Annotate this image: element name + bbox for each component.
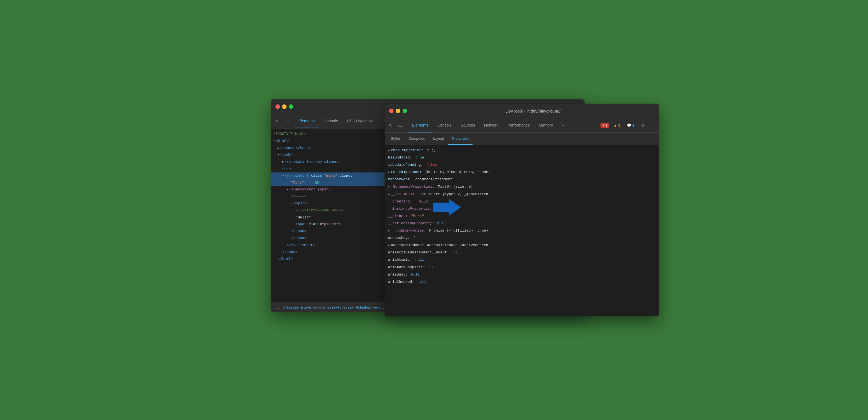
tab-elements-front[interactable]: Elements [408, 118, 433, 132]
cursor-icon[interactable]: ↖ [273, 117, 281, 125]
devtools-window-front: DevTools - lit.dev/playground/ ↖ ▭ Eleme… [385, 103, 659, 317]
prop-ariaActiveDescendant-front: ariaActiveDescendantElement: null [385, 249, 659, 256]
tab-bar-front: ↖ ▭ Elements Console Sources Network Per… [385, 118, 659, 133]
tab-elements-back[interactable]: Elements [294, 114, 319, 128]
prop-reflectingProp-front: __reflectingProperty: null [385, 220, 659, 227]
prop-accessKey-front: accessKey: "" [385, 234, 659, 242]
device-icon-front[interactable]: ▭ [397, 122, 404, 129]
prop-updatePromise-front: ▶__updatePromise: Promise {<fulfilled>: … [385, 227, 659, 234]
status-dpreview-back[interactable]: dPreview [282, 305, 299, 309]
status-preview-back[interactable]: playground-preview#preview [301, 305, 354, 309]
close-button-back[interactable] [276, 104, 280, 109]
prop-childPart-front: ▶__childPart: ChildPart {type: 2, _$comm… [385, 191, 659, 198]
maximize-button-front[interactable] [403, 109, 407, 113]
prop-ariaChecked-front: ariaChecked: null [385, 278, 659, 286]
prop-list-front: ▶enableUpdating: f () hasUpdated: true i… [385, 145, 659, 287]
sub-tab-more-front[interactable]: » [472, 133, 482, 145]
minimize-button-front[interactable] [396, 109, 400, 113]
close-button-front[interactable] [389, 109, 394, 113]
sub-tab-properties-front[interactable]: Properties [448, 133, 472, 145]
traffic-lights-back [276, 104, 293, 109]
arrow-indicator [433, 196, 461, 224]
tab-console-front[interactable]: Console [433, 118, 456, 132]
prop-isUpdatePending-front: isUpdatePending: false [385, 161, 659, 169]
tab-console-back[interactable]: Console [319, 114, 342, 128]
sub-tab-computed-front[interactable]: Computed [405, 133, 429, 145]
prop-ariaAtomic-front: ariaAtomic: null [385, 256, 659, 264]
prop-instanceProps-front: __instanceProperties: undefined [385, 205, 659, 212]
warning-badge-front: ▲ 3 [611, 123, 622, 128]
tab-memory-front[interactable]: Memory [534, 118, 557, 132]
tab-bar-right-front: ✕ 1 ▲ 3 💬 1 ⚙ ⋮ [600, 118, 657, 132]
traffic-lights-front [389, 109, 407, 113]
prop-enableUpdating-front: ▶enableUpdating: f () [385, 147, 659, 154]
sub-tab-layout-front[interactable]: Layout [429, 133, 448, 145]
toolbar-icons-back: ↖ ▭ [273, 114, 291, 128]
sub-tab-bar-front: Styles Computed Layout Properties » [385, 133, 659, 145]
props-container-front: Styles Computed Layout Properties » ▶ena… [385, 133, 659, 317]
prop-ariaBusy-front: ariaBusy: null [385, 271, 659, 278]
tab-css-overview-back[interactable]: CSS Overview [342, 114, 377, 128]
title-bar-front: DevTools - lit.dev/playground/ [385, 103, 659, 118]
status-shadow-root-back[interactable]: #shadow-root [356, 305, 380, 309]
sub-tab-styles-front[interactable]: Styles [387, 133, 405, 145]
prop-changedProps-front: ▶_$changedProperties: Map(0) {size: 0} [385, 183, 659, 190]
prop-ariaAutoComplete-front: ariaAutoComplete: null [385, 264, 659, 271]
prop-hasUpdated-front: hasUpdated: true [385, 154, 659, 161]
window-title-front: DevTools - lit.dev/playground/ [412, 109, 655, 113]
device-icon[interactable]: ▭ [283, 117, 291, 125]
settings-icon-front[interactable]: ⚙ [639, 122, 647, 129]
prop-renderOptions-front: ▶renderOptions: {host: my-element.mars, … [385, 169, 659, 176]
error-badge-front: ✕ 1 [600, 123, 609, 128]
prop-planet-front: __planet: "Mars" [385, 212, 659, 220]
info-badge-front: 💬 1 [625, 123, 637, 128]
prop-greeting-front: __greeting: "Hello" [385, 198, 659, 205]
tab-performance-front[interactable]: Performance [503, 118, 534, 132]
maximize-button-back[interactable] [289, 104, 293, 109]
prop-renderRoot-front: renderRoot: document-fragment [385, 176, 659, 183]
toolbar-icons-front: ↖ ▭ [387, 118, 404, 132]
cursor-icon-front[interactable]: ↖ [387, 122, 395, 129]
tab-more-front[interactable]: » [557, 118, 569, 132]
status-ellipsis-back: ... [274, 305, 281, 309]
props-panel-front[interactable]: Styles Computed Layout Properties » ▶ena… [385, 133, 659, 317]
svg-marker-0 [433, 199, 461, 215]
tab-network-front[interactable]: Network [479, 118, 503, 132]
tab-sources-front[interactable]: Sources [456, 118, 479, 132]
more-icon-front[interactable]: ⋮ [649, 122, 657, 129]
main-content-front: Styles Computed Layout Properties » ▶ena… [385, 133, 659, 317]
prop-accessibleNode-front: ▶accessibleNode: AccessibleNode {activeD… [385, 242, 659, 249]
minimize-button-back[interactable] [282, 104, 287, 109]
